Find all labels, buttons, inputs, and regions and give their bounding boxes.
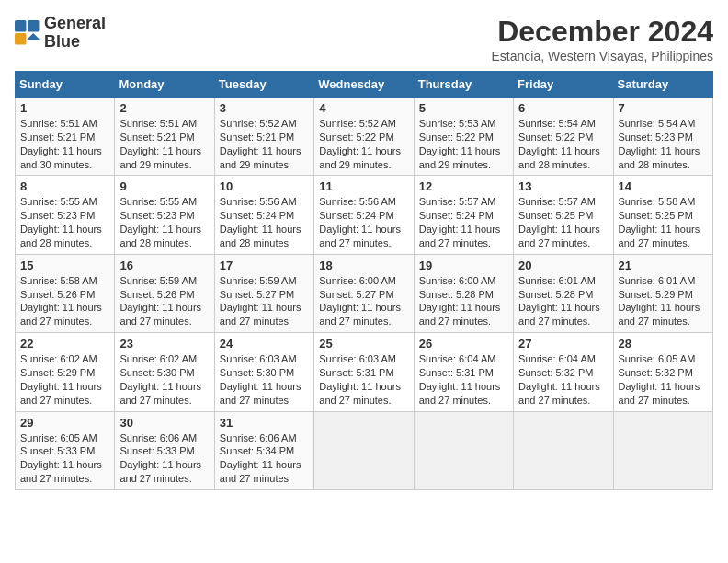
day-number: 25 xyxy=(319,337,408,350)
svg-rect-1 xyxy=(28,20,39,31)
day-number: 8 xyxy=(20,179,109,193)
day-info: Sunrise: 6:01 AM Sunset: 5:28 PM Dayligh… xyxy=(518,274,608,328)
calendar-cell xyxy=(414,411,513,489)
day-info: Sunrise: 5:57 AM Sunset: 5:25 PM Dayligh… xyxy=(518,195,608,249)
calendar-cell: 21Sunrise: 6:01 AM Sunset: 5:29 PM Dayli… xyxy=(613,254,712,332)
weekday-header-monday: Monday xyxy=(115,72,214,98)
calendar-cell: 9Sunrise: 5:55 AM Sunset: 5:23 PM Daylig… xyxy=(115,176,214,254)
calendar-cell: 22Sunrise: 6:02 AM Sunset: 5:29 PM Dayli… xyxy=(16,333,115,411)
day-info: Sunrise: 6:05 AM Sunset: 5:32 PM Dayligh… xyxy=(619,352,708,407)
day-number: 29 xyxy=(20,416,109,430)
day-info: Sunrise: 6:05 AM Sunset: 5:33 PM Dayligh… xyxy=(20,431,109,486)
calendar-cell: 27Sunrise: 6:04 AM Sunset: 5:32 PM Dayli… xyxy=(514,333,613,411)
day-info: Sunrise: 6:00 AM Sunset: 5:27 PM Dayligh… xyxy=(319,274,408,328)
calendar-cell: 15Sunrise: 5:58 AM Sunset: 5:26 PM Dayli… xyxy=(16,254,115,332)
day-number: 21 xyxy=(619,259,708,272)
day-number: 20 xyxy=(518,259,608,272)
week-row-1: 1Sunrise: 5:51 AM Sunset: 5:21 PM Daylig… xyxy=(16,98,713,176)
day-info: Sunrise: 5:51 AM Sunset: 5:21 PM Dayligh… xyxy=(20,117,109,171)
day-number: 28 xyxy=(619,337,708,350)
day-info: Sunrise: 6:02 AM Sunset: 5:30 PM Dayligh… xyxy=(119,352,209,407)
day-number: 23 xyxy=(119,337,209,350)
title-section: December 2024 Estancia, Western Visayas,… xyxy=(492,15,714,63)
day-number: 1 xyxy=(20,101,109,115)
calendar-cell: 14Sunrise: 5:58 AM Sunset: 5:25 PM Dayli… xyxy=(613,176,712,254)
day-info: Sunrise: 5:55 AM Sunset: 5:23 PM Dayligh… xyxy=(119,195,209,249)
weekday-header-friday: Friday xyxy=(514,72,613,98)
day-info: Sunrise: 5:57 AM Sunset: 5:24 PM Dayligh… xyxy=(419,195,508,249)
day-number: 14 xyxy=(619,179,708,193)
calendar-cell: 2Sunrise: 5:51 AM Sunset: 5:21 PM Daylig… xyxy=(115,98,214,176)
weekday-header-row: SundayMondayTuesdayWednesdayThursdayFrid… xyxy=(16,72,713,98)
calendar-cell: 4Sunrise: 5:52 AM Sunset: 5:22 PM Daylig… xyxy=(314,98,414,176)
day-number: 26 xyxy=(419,337,508,350)
day-info: Sunrise: 6:06 AM Sunset: 5:33 PM Dayligh… xyxy=(119,431,209,486)
calendar-cell: 23Sunrise: 6:02 AM Sunset: 5:30 PM Dayli… xyxy=(115,333,214,411)
calendar-cell: 8Sunrise: 5:55 AM Sunset: 5:23 PM Daylig… xyxy=(16,176,115,254)
day-number: 5 xyxy=(419,101,508,115)
calendar-cell xyxy=(314,411,414,489)
week-row-4: 22Sunrise: 6:02 AM Sunset: 5:29 PM Dayli… xyxy=(16,333,713,411)
day-number: 16 xyxy=(119,259,209,272)
weekday-header-thursday: Thursday xyxy=(414,72,513,98)
calendar-cell: 12Sunrise: 5:57 AM Sunset: 5:24 PM Dayli… xyxy=(414,176,513,254)
day-number: 18 xyxy=(319,259,408,272)
calendar-cell: 30Sunrise: 6:06 AM Sunset: 5:33 PM Dayli… xyxy=(115,411,214,489)
day-number: 17 xyxy=(220,259,309,272)
calendar-cell: 24Sunrise: 6:03 AM Sunset: 5:30 PM Dayli… xyxy=(214,333,313,411)
day-info: Sunrise: 5:59 AM Sunset: 5:26 PM Dayligh… xyxy=(119,274,209,328)
day-info: Sunrise: 5:53 AM Sunset: 5:22 PM Dayligh… xyxy=(419,117,508,171)
calendar-cell: 13Sunrise: 5:57 AM Sunset: 5:25 PM Dayli… xyxy=(514,176,613,254)
day-info: Sunrise: 5:54 AM Sunset: 5:23 PM Dayligh… xyxy=(619,117,708,171)
day-info: Sunrise: 5:58 AM Sunset: 5:25 PM Dayligh… xyxy=(619,195,708,249)
weekday-header-saturday: Saturday xyxy=(613,72,712,98)
day-info: Sunrise: 5:51 AM Sunset: 5:21 PM Dayligh… xyxy=(119,117,209,171)
day-info: Sunrise: 6:03 AM Sunset: 5:31 PM Dayligh… xyxy=(319,352,408,407)
day-info: Sunrise: 5:52 AM Sunset: 5:21 PM Dayligh… xyxy=(220,117,309,171)
calendar-cell xyxy=(514,411,613,489)
day-info: Sunrise: 6:02 AM Sunset: 5:29 PM Dayligh… xyxy=(20,352,109,407)
logo-icon xyxy=(15,20,40,46)
day-number: 30 xyxy=(119,416,209,430)
weekday-header-tuesday: Tuesday xyxy=(214,72,313,98)
svg-marker-3 xyxy=(26,33,40,40)
day-info: Sunrise: 6:01 AM Sunset: 5:29 PM Dayligh… xyxy=(619,274,708,328)
weekday-header-wednesday: Wednesday xyxy=(314,72,414,98)
calendar-cell: 6Sunrise: 5:54 AM Sunset: 5:22 PM Daylig… xyxy=(514,98,613,176)
day-number: 4 xyxy=(319,101,408,115)
day-number: 13 xyxy=(518,179,608,193)
day-number: 22 xyxy=(20,337,109,350)
day-info: Sunrise: 5:54 AM Sunset: 5:22 PM Dayligh… xyxy=(518,117,608,171)
day-number: 2 xyxy=(119,101,209,115)
day-number: 7 xyxy=(619,101,708,115)
calendar-cell: 10Sunrise: 5:56 AM Sunset: 5:24 PM Dayli… xyxy=(214,176,313,254)
day-number: 12 xyxy=(419,179,508,193)
day-info: Sunrise: 5:55 AM Sunset: 5:23 PM Dayligh… xyxy=(20,195,109,249)
calendar-cell: 3Sunrise: 5:52 AM Sunset: 5:21 PM Daylig… xyxy=(214,98,313,176)
logo-line2: Blue xyxy=(44,33,106,52)
calendar-cell: 28Sunrise: 6:05 AM Sunset: 5:32 PM Dayli… xyxy=(613,333,712,411)
calendar-cell: 17Sunrise: 5:59 AM Sunset: 5:27 PM Dayli… xyxy=(214,254,313,332)
day-number: 31 xyxy=(220,416,309,430)
day-info: Sunrise: 5:56 AM Sunset: 5:24 PM Dayligh… xyxy=(220,195,309,249)
page-header: General Blue December 2024 Estancia, Wes… xyxy=(15,15,713,63)
location-subtitle: Estancia, Western Visayas, Philippines xyxy=(492,49,714,63)
weekday-header-sunday: Sunday xyxy=(16,72,115,98)
calendar-cell: 31Sunrise: 6:06 AM Sunset: 5:34 PM Dayli… xyxy=(214,411,313,489)
day-info: Sunrise: 5:52 AM Sunset: 5:22 PM Dayligh… xyxy=(319,117,408,171)
calendar-cell xyxy=(613,411,712,489)
week-row-5: 29Sunrise: 6:05 AM Sunset: 5:33 PM Dayli… xyxy=(16,411,713,489)
day-number: 10 xyxy=(220,179,309,193)
calendar-cell: 11Sunrise: 5:56 AM Sunset: 5:24 PM Dayli… xyxy=(314,176,414,254)
day-info: Sunrise: 6:04 AM Sunset: 5:32 PM Dayligh… xyxy=(518,352,608,407)
calendar-cell: 26Sunrise: 6:04 AM Sunset: 5:31 PM Dayli… xyxy=(414,333,513,411)
logo-line1: General xyxy=(44,15,106,33)
calendar-table: SundayMondayTuesdayWednesdayThursdayFrid… xyxy=(15,71,713,490)
day-number: 11 xyxy=(319,179,408,193)
logo: General Blue xyxy=(15,15,106,52)
calendar-cell: 5Sunrise: 5:53 AM Sunset: 5:22 PM Daylig… xyxy=(414,98,513,176)
calendar-cell: 29Sunrise: 6:05 AM Sunset: 5:33 PM Dayli… xyxy=(16,411,115,489)
calendar-cell: 1Sunrise: 5:51 AM Sunset: 5:21 PM Daylig… xyxy=(16,98,115,176)
day-info: Sunrise: 6:03 AM Sunset: 5:30 PM Dayligh… xyxy=(220,352,309,407)
calendar-cell: 25Sunrise: 6:03 AM Sunset: 5:31 PM Dayli… xyxy=(314,333,414,411)
